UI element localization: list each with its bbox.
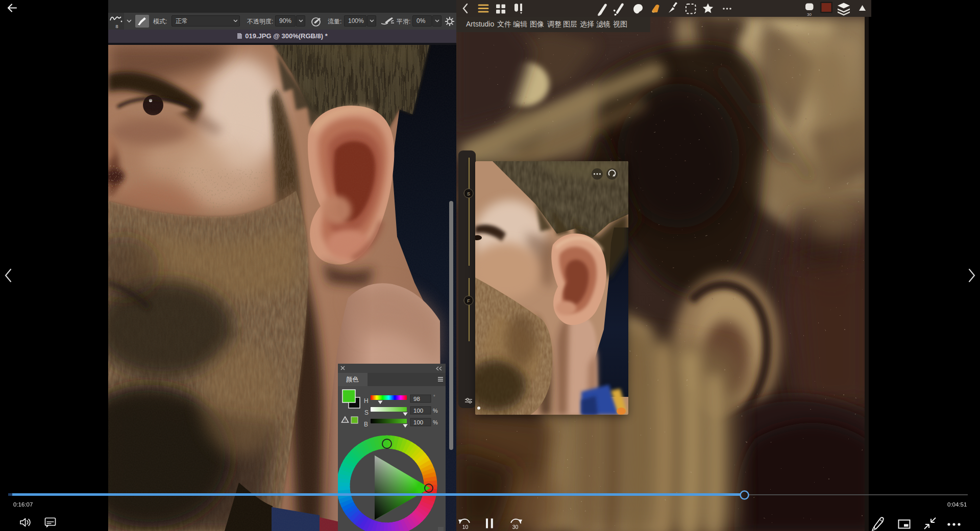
svg-text:S: S xyxy=(467,191,470,196)
svg-text:100: 100 xyxy=(413,408,423,414)
svg-text:颜色: 颜色 xyxy=(346,376,359,383)
svg-text:F: F xyxy=(467,298,470,304)
svg-text:100: 100 xyxy=(413,419,423,425)
svg-text:!: ! xyxy=(345,418,346,422)
svg-text:S: S xyxy=(364,409,369,416)
svg-text:°: ° xyxy=(433,394,435,399)
svg-text:%: % xyxy=(433,419,438,425)
svg-text:10: 10 xyxy=(462,524,469,530)
svg-text:8: 8 xyxy=(115,24,118,29)
svg-text:B: B xyxy=(364,421,368,428)
svg-text:%: % xyxy=(433,408,438,414)
svg-text:H: H xyxy=(364,397,369,404)
svg-text:98: 98 xyxy=(413,396,420,402)
svg-text:30: 30 xyxy=(807,12,812,17)
svg-text:30: 30 xyxy=(512,524,519,530)
